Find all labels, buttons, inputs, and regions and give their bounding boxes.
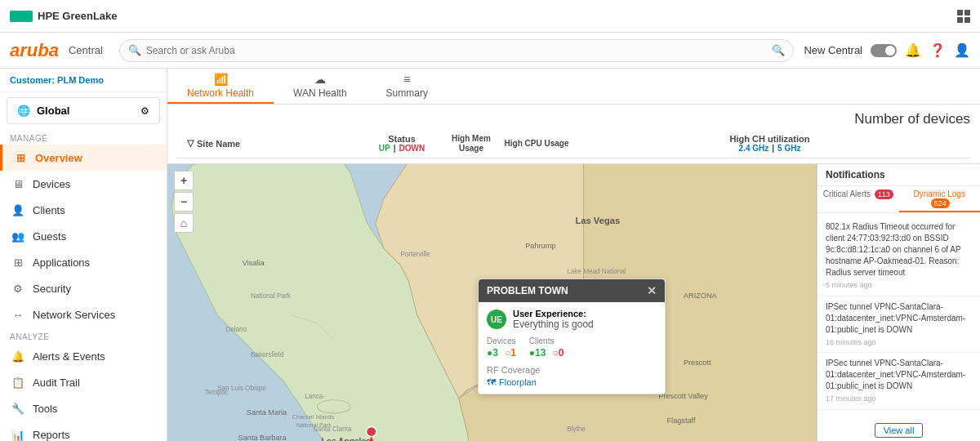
- sidebar-item-security[interactable]: ⚙ Security: [0, 275, 167, 301]
- content-area: 📶 Network Health ☁ WAN Health ≡ Summary …: [167, 69, 980, 441]
- sidebar-item-devices[interactable]: 🖥 Devices: [0, 171, 167, 197]
- devices-values: ●3 ○1: [487, 347, 516, 359]
- ue-status: Everything is good: [513, 318, 594, 330]
- svg-text:National Park: National Park: [296, 422, 332, 429]
- svg-text:Santa Barbara: Santa Barbara: [238, 434, 287, 441]
- sidebar-item-applications[interactable]: ⊞ Applications: [0, 249, 167, 275]
- top-bar-right: [957, 10, 970, 23]
- hpe-logo: HPE GreenLake: [10, 10, 118, 22]
- central-label: Central: [69, 44, 103, 56]
- account-label: New Central: [804, 44, 862, 56]
- manage-section-label: Manage: [0, 129, 167, 145]
- devices-label: Devices: [487, 336, 516, 345]
- rf-label: RF Coverage: [487, 365, 540, 375]
- tab-summary[interactable]: ≡ Summary: [367, 69, 448, 104]
- tab-bar: 📶 Network Health ☁ WAN Health ≡ Summary: [167, 69, 980, 105]
- bell-icon[interactable]: 🔔: [905, 42, 921, 58]
- critical-alerts-tab[interactable]: Critical Alerts 113: [817, 186, 899, 212]
- alerts-icon: 🔔: [11, 350, 24, 363]
- dynamic-logs-tab[interactable]: Dynamic Logs 524: [899, 186, 981, 212]
- settings-icon[interactable]: ⚙: [140, 105, 149, 117]
- svg-text:Prescott Valley: Prescott Valley: [658, 392, 708, 400]
- sidebar-item-label: Security: [33, 283, 71, 295]
- globe-icon: 🌐: [17, 105, 30, 117]
- notifications-tabs: Critical Alerts 113 Dynamic Logs 524: [817, 186, 980, 213]
- sidebar-item-clients[interactable]: 👤 Clients: [0, 197, 167, 223]
- global-item-left: 🌐 Global: [17, 105, 69, 117]
- popup-close-button[interactable]: ✕: [647, 284, 657, 297]
- sidebar-item-label: Alerts & Events: [33, 350, 105, 363]
- table-title: Number of devices: [177, 109, 970, 129]
- zoom-in-button[interactable]: +: [174, 171, 194, 190]
- filter-icon: ▽: [187, 138, 194, 149]
- svg-text:Las Vegas: Las Vegas: [575, 216, 620, 225]
- location-popup: PROBLEM TOWN ✕ UE User Experience: Every…: [478, 278, 666, 394]
- notification-text: 802.1x Radius Timeout occurred for clien…: [826, 221, 972, 278]
- dynamic-count-badge: 524: [931, 198, 950, 208]
- network-health-tab-icon: 📶: [214, 73, 228, 86]
- tools-icon: 🔧: [11, 402, 24, 415]
- sidebar-item-audit-trail[interactable]: 📋 Audit Trail: [0, 369, 167, 395]
- notification-item: IPSec tunnel VPNC-SantaClara-01:datacent…: [817, 353, 980, 410]
- hpe-logo-icon: [10, 11, 33, 22]
- global-item[interactable]: 🌐 Global ⚙: [7, 97, 160, 124]
- sidebar-item-alerts[interactable]: 🔔 Alerts & Events: [0, 343, 167, 369]
- down-link[interactable]: DOWN: [399, 144, 425, 153]
- sidebar-item-tools[interactable]: 🔧 Tools: [0, 395, 167, 421]
- svg-text:Blythe: Blythe: [567, 425, 586, 433]
- map-table-area: Visalia National Park Delano Bakersfield…: [167, 164, 980, 441]
- summary-tab-icon: ≡: [403, 73, 410, 86]
- sidebar-item-guests[interactable]: 👥 Guests: [0, 223, 167, 249]
- svg-text:Pahrump: Pahrump: [525, 242, 555, 250]
- popup-body: UE User Experience: Everything is good D…: [479, 302, 665, 394]
- svg-text:National Park: National Park: [251, 292, 292, 300]
- notifications-panel: Notifications Critical Alerts 113 Dynami…: [817, 164, 980, 441]
- account-toggle[interactable]: [871, 44, 897, 57]
- floorplan-label: Floorplan: [499, 377, 537, 387]
- critical-count-badge: 113: [875, 189, 893, 199]
- grid-icon[interactable]: [957, 10, 970, 23]
- customer-name: PLM Demo: [57, 75, 104, 85]
- top-bar: HPE GreenLake: [0, 0, 980, 33]
- network-services-icon: ↔: [11, 308, 24, 321]
- svg-text:Visalia: Visalia: [243, 259, 265, 267]
- ghz-links: 2.4 GHz | 5 GHz: [569, 144, 970, 153]
- sidebar-item-network-services[interactable]: ↔ Network Services: [0, 301, 167, 327]
- col-highmem-header: High Mem Usage: [439, 134, 504, 154]
- zoom-out-button[interactable]: −: [174, 192, 194, 212]
- network-health-tab-label: Network Health: [187, 87, 254, 99]
- svg-text:Prescott: Prescott: [684, 359, 711, 367]
- help-icon[interactable]: ❓: [929, 42, 946, 58]
- devices-green-count: ●3: [487, 347, 498, 359]
- tab-wan-health[interactable]: ☁ WAN Health: [274, 69, 367, 104]
- search-icon: 🔍: [128, 44, 141, 56]
- global-label: Global: [37, 105, 69, 117]
- svg-text:Lanca-: Lanca-: [305, 393, 325, 400]
- wan-health-tab-label: WAN Health: [293, 87, 347, 99]
- map-container[interactable]: Visalia National Park Delano Bakersfield…: [167, 164, 817, 441]
- popup-title: PROBLEM TOWN: [487, 285, 568, 296]
- search-submit-icon[interactable]: 🔍: [772, 44, 785, 56]
- popup-header: PROBLEM TOWN ✕: [479, 279, 665, 302]
- search-input[interactable]: [146, 45, 768, 56]
- search-bar[interactable]: 🔍 🔍: [119, 39, 795, 62]
- sidebar-item-reports[interactable]: 📊 Reports: [0, 421, 167, 441]
- svg-text:Tempoc: Tempoc: [205, 389, 229, 396]
- ghz-5-link[interactable]: 5 GHz: [777, 144, 800, 153]
- tab-network-health[interactable]: 📶 Network Health: [167, 69, 274, 104]
- svg-point-1: [317, 400, 350, 413]
- floorplan-link[interactable]: 🗺 Floorplan: [487, 377, 537, 387]
- wan-health-tab-icon: ☁: [314, 73, 326, 86]
- user-icon[interactable]: 👤: [954, 42, 970, 58]
- up-link[interactable]: UP: [379, 144, 390, 153]
- col-site-header[interactable]: ▽ Site Name: [177, 138, 365, 149]
- sidebar-item-overview[interactable]: ⊞ Overview: [0, 145, 167, 171]
- home-button[interactable]: ⌂: [174, 213, 194, 233]
- sidebar-item-label: Network Services: [33, 309, 115, 321]
- svg-text:Flagstaff: Flagstaff: [667, 416, 696, 425]
- notification-item: 802.1x Radius Timeout occurred for clien…: [817, 216, 980, 296]
- col-highcpu-header: High CPU Usage: [504, 139, 569, 149]
- ue-text: User Experience: Everything is good: [513, 309, 594, 330]
- view-all-button[interactable]: View all: [875, 423, 924, 438]
- ghz-24-link[interactable]: 2.4 GHz: [739, 144, 769, 153]
